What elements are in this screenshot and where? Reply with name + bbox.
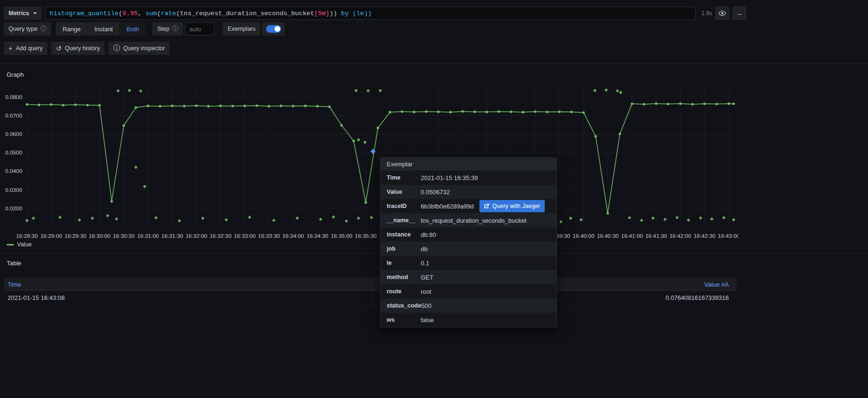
plus-icon: + bbox=[9, 45, 12, 52]
query-token: by bbox=[341, 10, 349, 17]
query-history-button[interactable]: ↺ Query history bbox=[51, 42, 105, 55]
svg-text:16:33:00: 16:33:00 bbox=[234, 233, 256, 239]
query-token: (le)) bbox=[353, 10, 372, 17]
query-inspector-button[interactable]: ⓘ Query inspector bbox=[108, 42, 169, 55]
svg-text:0.0700: 0.0700 bbox=[5, 112, 23, 119]
svg-text:0.0300: 0.0300 bbox=[5, 187, 23, 193]
exemplar-field-label: job bbox=[381, 245, 421, 252]
query-mode-group: RangeInstantBoth bbox=[56, 22, 146, 36]
exemplar-field-label: __name__ bbox=[381, 217, 421, 224]
table-body: 2021-01-15 16:43:080.07640816167339316 bbox=[4, 291, 736, 305]
query-token: 0.95 bbox=[123, 10, 138, 17]
query-token: )) bbox=[329, 10, 337, 17]
exemplar-field-row: methodGET bbox=[381, 270, 557, 284]
external-link-icon bbox=[484, 203, 489, 209]
svg-text:16:34:00: 16:34:00 bbox=[282, 233, 304, 239]
exemplar-field-row: traceID6b3bfb0e6289a99dQuery with Jaeger bbox=[381, 199, 557, 213]
query-token: [5m] bbox=[314, 10, 329, 17]
svg-text:16:30:00: 16:30:00 bbox=[89, 233, 110, 239]
exemplar-field-value: false bbox=[421, 317, 434, 324]
svg-text:16:32:30: 16:32:30 bbox=[210, 233, 231, 239]
svg-text:16:29:30: 16:29:30 bbox=[64, 233, 86, 239]
exemplar-field-value: 6b3bfb0e6289a99d bbox=[421, 203, 474, 210]
step-field-label: Step ⓘ bbox=[152, 22, 183, 36]
exemplars-label: Exemplars bbox=[228, 26, 256, 32]
query-token: sum bbox=[145, 10, 157, 17]
jaeger-button-label: Query with Jaeger bbox=[492, 203, 540, 209]
info-circle-icon[interactable]: ⓘ bbox=[40, 25, 46, 33]
svg-text:16:33:30: 16:33:30 bbox=[258, 233, 280, 239]
chevron-down-icon bbox=[33, 12, 37, 14]
query-token: histogram_quantile bbox=[50, 10, 119, 17]
exemplar-field-value: root bbox=[421, 288, 431, 295]
exemplar-field-label: ws bbox=[381, 317, 421, 323]
column-header-time[interactable]: Time bbox=[4, 279, 373, 290]
query-text: histogram_quantile(0.95, sum(rate(tns_re… bbox=[50, 10, 372, 17]
query-inspector-label: Query inspector bbox=[123, 45, 165, 52]
exemplars-field-label: Exemplars bbox=[223, 22, 260, 36]
svg-text:16:31:00: 16:31:00 bbox=[137, 233, 159, 239]
query-duration: 1.9s bbox=[701, 10, 712, 17]
exemplar-field-row: instancedb:80 bbox=[381, 227, 557, 242]
exemplar-field-value: 0.0506732 bbox=[421, 189, 450, 196]
exemplar-field-value: 2021-01-15 16:35:39 bbox=[421, 174, 478, 181]
svg-text:0.0600: 0.0600 bbox=[5, 131, 23, 137]
query-token bbox=[337, 10, 341, 17]
query-token bbox=[349, 10, 353, 17]
add-query-button[interactable]: + Add query bbox=[4, 42, 47, 55]
metrics-label: Metrics bbox=[9, 10, 29, 17]
preview-button[interactable] bbox=[716, 7, 729, 20]
add-query-label: Add query bbox=[16, 45, 43, 52]
query-history-label: Query history bbox=[65, 45, 100, 52]
exemplars-toggle[interactable] bbox=[266, 25, 281, 33]
svg-text:16:42:30: 16:42:30 bbox=[694, 233, 716, 239]
query-with-jaeger-button[interactable]: Query with Jaeger bbox=[479, 200, 544, 212]
svg-text:16:43:00: 16:43:00 bbox=[718, 233, 738, 239]
svg-text:16:41:00: 16:41:00 bbox=[621, 233, 643, 239]
table-header-row: TimeValue #A bbox=[4, 278, 736, 291]
exemplar-field-value: tns_request_duration_seconds_bucket bbox=[421, 217, 526, 224]
history-icon: ↺ bbox=[56, 45, 62, 52]
exemplar-field-row: Value0.0506732 bbox=[381, 185, 557, 199]
exemplar-field-label: instance bbox=[381, 231, 421, 238]
query-mode-range[interactable]: Range bbox=[56, 22, 87, 36]
exemplar-field-label: status_code bbox=[381, 302, 421, 309]
metrics-dropdown-button[interactable]: Metrics bbox=[4, 7, 42, 20]
exemplar-field-label: traceID bbox=[381, 203, 421, 209]
query-token: tns_request_duration_seconds_bucket bbox=[180, 10, 314, 17]
exemplar-field-row: wsfalse bbox=[381, 313, 557, 327]
step-label: Step bbox=[157, 26, 169, 32]
svg-text:0.0500: 0.0500 bbox=[5, 149, 23, 156]
query-token: , bbox=[138, 10, 145, 17]
minus-icon: – bbox=[737, 9, 741, 18]
svg-text:16:34:30: 16:34:30 bbox=[307, 233, 328, 239]
query-token: ( bbox=[119, 10, 123, 17]
results-table: TimeValue #A 2021-01-15 16:43:080.076408… bbox=[4, 278, 736, 305]
svg-text:16:35:00: 16:35:00 bbox=[331, 233, 353, 239]
exemplar-field-label: method bbox=[381, 274, 421, 280]
query-input[interactable]: histogram_quantile(0.95, sum(rate(tns_re… bbox=[45, 7, 696, 20]
exemplar-field-row: routeroot bbox=[381, 284, 557, 298]
collapse-button[interactable]: – bbox=[733, 7, 746, 20]
legend-series-label[interactable]: Value bbox=[17, 241, 32, 248]
graph-svg[interactable]: 0.02000.03000.04000.05000.06000.07000.08… bbox=[0, 81, 738, 240]
step-input[interactable] bbox=[185, 22, 214, 36]
exemplar-field-value: GET bbox=[421, 274, 434, 281]
exemplar-field-label: route bbox=[381, 288, 421, 295]
query-mode-both[interactable]: Both bbox=[119, 22, 146, 36]
eye-icon bbox=[718, 9, 726, 17]
svg-text:16:41:30: 16:41:30 bbox=[645, 233, 667, 239]
exemplar-tooltip-body: Time2021-01-15 16:35:39Value0.0506732tra… bbox=[381, 171, 557, 327]
exemplar-field-row: __name__tns_request_duration_seconds_buc… bbox=[381, 213, 557, 227]
exemplar-field-label: Time bbox=[381, 174, 421, 181]
exemplar-tooltip-header: Exemplar bbox=[381, 158, 557, 171]
exemplar-field-label: le bbox=[381, 260, 421, 266]
info-circle-icon[interactable]: ⓘ bbox=[172, 25, 178, 33]
svg-text:16:28:30: 16:28:30 bbox=[16, 233, 38, 239]
svg-text:16:30:30: 16:30:30 bbox=[113, 233, 135, 239]
legend-color-swatch bbox=[7, 244, 14, 245]
svg-text:16:42:00: 16:42:00 bbox=[670, 233, 691, 239]
exemplar-field-value: db bbox=[421, 245, 427, 253]
exemplar-field-row: le0.1 bbox=[381, 256, 557, 270]
query-mode-instant[interactable]: Instant bbox=[87, 22, 119, 36]
